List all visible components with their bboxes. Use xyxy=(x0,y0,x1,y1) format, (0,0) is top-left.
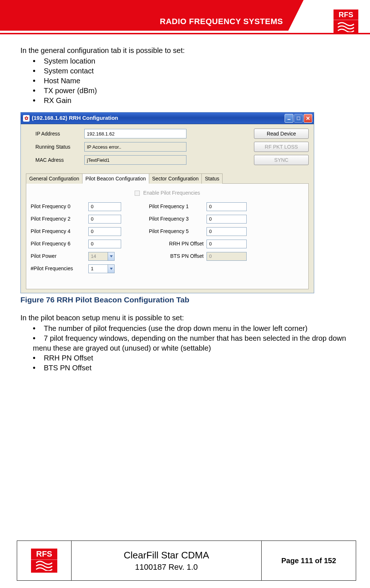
tab-pilot-beacon[interactable]: Pilot Beacon Configuration xyxy=(82,173,149,184)
logo-initials: RFS xyxy=(31,549,57,560)
tab-sector[interactable]: Sector Configuration xyxy=(149,173,202,184)
list-item: RX Gain xyxy=(33,96,353,106)
page-number: Page 111 of 152 xyxy=(281,557,336,565)
pf5-input[interactable] xyxy=(207,227,247,236)
footer-center-cell: ClearFill Star CDMA 1100187 Rev. 1.0 xyxy=(72,541,261,581)
svg-marker-5 xyxy=(110,268,113,270)
read-device-button[interactable]: Read Device xyxy=(254,129,309,139)
list-item: BTS PN Offset xyxy=(33,363,353,373)
chevron-down-icon[interactable] xyxy=(108,265,114,273)
list-item: System location xyxy=(33,56,353,66)
product-name: ClearFill Star CDMA xyxy=(124,550,209,561)
pf3-input[interactable] xyxy=(207,215,247,224)
tab-status[interactable]: Status xyxy=(201,173,223,184)
enable-pilot-row: Enable Pilot Frequencies xyxy=(31,190,304,196)
status-label: Running Status xyxy=(26,144,77,150)
list-item: 7 pilot frequency windows, depending on … xyxy=(33,333,353,353)
pf5-label: Pilot Frequency 5 xyxy=(149,228,204,235)
minimize-button[interactable] xyxy=(285,114,293,123)
config-tabs: General Configuration Pilot Beacon Confi… xyxy=(26,173,309,183)
bts-offset-input xyxy=(207,252,247,261)
logo-waves-icon xyxy=(35,560,53,571)
pf0-input[interactable] xyxy=(88,202,121,211)
pf4-input[interactable] xyxy=(88,227,121,236)
maximize-button[interactable] xyxy=(294,114,303,123)
pilot-power-select: 14 xyxy=(88,252,115,261)
window-titlebar[interactable]: ✿ (192.168.1.62) RRH Configuration xyxy=(21,112,314,124)
pf1-label: Pilot Frequency 1 xyxy=(149,203,204,210)
footer-page-cell: Page 111 of 152 xyxy=(261,541,356,581)
pilot-power-label: Pilot Power xyxy=(31,253,85,260)
num-pilot-label: #Pilot Frequencies xyxy=(31,265,85,272)
rf-pkt-loss-button: RF PKT LOSS xyxy=(254,142,309,152)
pf2-input[interactable] xyxy=(88,215,121,224)
svg-marker-4 xyxy=(110,255,113,257)
rfs-logo: RFS xyxy=(334,9,358,34)
app-icon: ✿ xyxy=(23,115,30,122)
intro-bullets: System location System contact Host Name… xyxy=(33,56,353,106)
logo-waves-icon xyxy=(334,21,358,34)
enable-pilot-label: Enable Pilot Frequencies xyxy=(143,190,200,196)
list-item: The number of pilot frequencies (use the… xyxy=(33,324,353,333)
list-item: System contact xyxy=(33,66,353,76)
rrh-config-window: ✿ (192.168.1.62) RRH Configuration IP Ad… xyxy=(20,112,314,293)
pilot-bullets: The number of pilot frequencies (use the… xyxy=(33,324,353,373)
list-item: TX power (dBm) xyxy=(33,86,353,96)
ip-input[interactable] xyxy=(84,129,186,138)
num-pilot-select[interactable]: 1 xyxy=(88,264,115,273)
pilot-beacon-panel: Enable Pilot Frequencies Pilot Frequency… xyxy=(26,183,309,289)
mac-field xyxy=(84,155,186,165)
rfs-logo: RFS xyxy=(31,549,57,573)
svg-rect-1 xyxy=(297,117,300,120)
pf1-input[interactable] xyxy=(207,202,247,211)
page-footer: RFS ClearFill Star CDMA 1100187 Rev. 1.0… xyxy=(17,541,356,581)
window-title: (192.168.1.62) RRH Configuration xyxy=(32,114,118,122)
pf2-label: Pilot Frequency 2 xyxy=(31,215,85,222)
chevron-down-icon xyxy=(108,252,114,260)
ip-label: IP Address xyxy=(26,130,77,137)
figure-caption: Figure 76 RRH Pilot Beacon Configuration… xyxy=(20,295,353,305)
mac-label: MAC Adress xyxy=(26,157,77,164)
pf4-label: Pilot Frequency 4 xyxy=(31,228,85,235)
close-button[interactable] xyxy=(304,114,312,123)
status-field xyxy=(84,142,186,152)
tab-general[interactable]: General Configuration xyxy=(26,173,82,184)
pf6-input[interactable] xyxy=(88,240,121,248)
footer-logo-cell: RFS xyxy=(17,541,72,581)
pilot-text: In the pilot beacon setup menu it is pos… xyxy=(20,313,353,323)
list-item: Host Name xyxy=(33,76,353,86)
pf6-label: Pilot Frequency 6 xyxy=(31,240,85,247)
page-header: RADIO FREQUENCY SYSTEMS RFS xyxy=(0,0,370,35)
intro-text: In the general configuration tab it is p… xyxy=(20,46,353,56)
rrh-offset-input[interactable] xyxy=(207,240,247,248)
list-item: RRH PN Offset xyxy=(33,353,353,363)
rrh-offset-label: RRH PN Offset xyxy=(149,240,204,247)
doc-revision: 1100187 Rev. 1.0 xyxy=(135,562,198,572)
header-underline xyxy=(0,33,370,34)
brand-text: RADIO FREQUENCY SYSTEMS xyxy=(160,17,283,26)
bts-offset-label: BTS PN Offset xyxy=(149,253,204,260)
sync-button: SYNC xyxy=(254,155,309,165)
logo-initials: RFS xyxy=(334,9,358,20)
pf0-label: Pilot Frequency 0 xyxy=(31,203,85,210)
pf3-label: Pilot Frequency 3 xyxy=(149,215,204,222)
enable-pilot-checkbox xyxy=(135,191,140,196)
